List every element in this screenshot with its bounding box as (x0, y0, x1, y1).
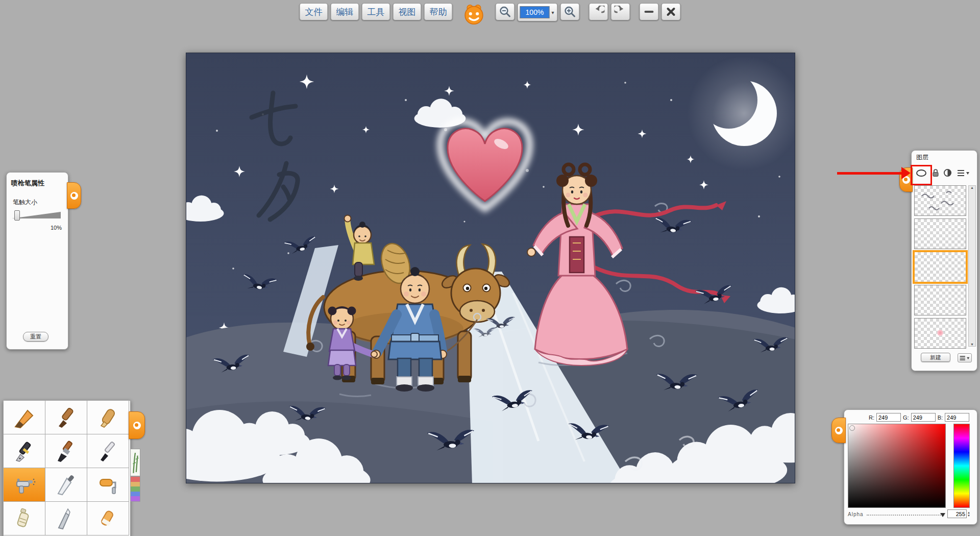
brush-tool-ink-pen[interactable] (87, 434, 129, 468)
new-layer-button[interactable]: 新建 (921, 353, 950, 362)
r-label: R: (869, 415, 874, 421)
palette-knife-icon (55, 473, 78, 497)
crayon-icon (96, 507, 120, 530)
brush-size-value: 10% (7, 225, 62, 231)
hue-slider[interactable] (953, 424, 970, 508)
bamboo-preview-icon (131, 449, 140, 476)
minimize-button[interactable] (640, 3, 659, 20)
texture-preset-colors[interactable] (130, 476, 140, 502)
layer-options-icon[interactable] (958, 353, 972, 362)
alpha-value-box: ▲ ▼ (947, 509, 970, 518)
close-icon (665, 6, 677, 18)
undo-button[interactable] (589, 3, 608, 20)
brush-tool-cone-pen[interactable] (3, 400, 45, 434)
layer1-sketch-icon (915, 186, 966, 215)
ink-pen-icon (96, 440, 120, 463)
annotation-arrow-head (901, 167, 911, 179)
alpha-input[interactable] (947, 509, 967, 518)
layer-thumbnail-2[interactable] (914, 218, 966, 249)
menu-help[interactable]: 帮助 (424, 3, 452, 20)
brush-tool-fountain-pen[interactable] (3, 434, 45, 468)
reed-pen-icon (55, 406, 78, 429)
redo-button[interactable] (611, 3, 630, 20)
scroll-up-icon[interactable]: ▲ (970, 186, 974, 189)
texture-preset-bamboo[interactable] (130, 449, 140, 476)
annotation-arrow-line (837, 172, 904, 175)
paint-dot (937, 330, 943, 336)
flat-brush-icon (55, 440, 78, 463)
menu-tools[interactable]: 工具 (361, 3, 390, 20)
app-logo-icon (461, 2, 486, 26)
sumo-face-icon (70, 192, 78, 200)
alpha-spinner[interactable]: ▲ ▼ (967, 511, 970, 517)
color-marker (849, 425, 855, 431)
lock-icon[interactable] (931, 168, 940, 179)
b-label: B: (938, 415, 943, 421)
zoom-dropdown-icon[interactable]: ▾ (550, 10, 555, 15)
brush-preset-strip (130, 449, 140, 502)
spear-blade-icon (55, 507, 78, 530)
r-input[interactable] (876, 413, 901, 422)
brush-tool-paint-tube[interactable] (3, 501, 45, 535)
paint-tube-icon (13, 507, 36, 530)
close-button[interactable] (662, 3, 681, 20)
brush-tool-marker[interactable] (87, 400, 129, 434)
b-input[interactable] (945, 413, 969, 422)
color-picker-panel: R: G: B: Alpha ▲ ▼ (844, 409, 977, 525)
fountain-pen-icon (13, 440, 36, 463)
roller-icon (96, 473, 120, 497)
zoom-in-icon (564, 6, 576, 18)
zoom-out-button[interactable] (495, 3, 514, 20)
layer-thumbnail-5[interactable] (914, 318, 966, 349)
rgb-inputs-row: R: G: B: (869, 413, 969, 422)
paint-canvas[interactable]: 七夕 (186, 53, 795, 483)
layer-thumbnail-1[interactable] (914, 185, 966, 216)
zoom-control: ▾ (517, 3, 557, 21)
brush-size-slider[interactable] (12, 209, 61, 221)
annotation-highlight-box (911, 165, 932, 185)
brush-size-slider-handle[interactable] (14, 210, 20, 221)
alpha-slider-handle[interactable] (940, 513, 945, 517)
layers-menu-icon[interactable] (957, 169, 970, 179)
brush-tool-airbrush-selected[interactable] (3, 468, 45, 502)
sumo-face-icon (835, 427, 843, 434)
alpha-slider[interactable] (867, 515, 944, 516)
layer-thumbnail-3-selected[interactable] (914, 252, 966, 282)
zoom-input[interactable] (520, 6, 549, 18)
brush-palette-panel (3, 400, 131, 536)
scroll-down-icon[interactable]: ▼ (970, 343, 974, 346)
zoom-in-button[interactable] (560, 3, 580, 20)
marker-icon (96, 406, 120, 429)
sumo-face-icon (133, 422, 141, 429)
g-label: G: (903, 415, 909, 421)
layer-thumbnail-4[interactable] (914, 285, 966, 315)
color-picker-tab[interactable] (831, 418, 846, 443)
airbrush-icon (13, 473, 36, 497)
menu-file[interactable]: 文件 (299, 3, 328, 20)
menu-view[interactable]: 视图 (393, 3, 421, 20)
brush-size-label: 笔触大小 (13, 198, 37, 207)
menu-edit[interactable]: 编辑 (330, 3, 359, 20)
layers-title: 图层 (916, 153, 928, 162)
qixi-artwork (186, 53, 795, 483)
brush-palette-tab[interactable] (129, 411, 145, 439)
brush-tool-roller[interactable] (87, 468, 129, 502)
g-input[interactable] (911, 413, 936, 422)
redo-icon (615, 6, 627, 18)
brush-tool-flat-brush[interactable] (45, 434, 87, 468)
brush-tool-palette-knife[interactable] (45, 468, 87, 502)
brush-tool-crayon[interactable] (87, 501, 129, 535)
brush-grid (4, 401, 130, 535)
app-logo[interactable] (461, 2, 486, 26)
reset-button[interactable]: 重置 (23, 332, 48, 342)
minimize-icon (643, 6, 655, 18)
layers-list (914, 185, 966, 351)
brush-properties-tab[interactable] (67, 182, 81, 209)
saturation-value-field[interactable] (848, 424, 946, 508)
brush-tool-spear-blade[interactable] (45, 501, 87, 535)
contrast-icon[interactable] (943, 168, 952, 179)
spinner-down-icon[interactable]: ▼ (967, 514, 970, 517)
cone-pen-icon (13, 406, 36, 429)
layers-scrollbar[interactable]: ▲ ▼ (968, 185, 976, 347)
brush-tool-reed-pen[interactable] (45, 400, 87, 434)
